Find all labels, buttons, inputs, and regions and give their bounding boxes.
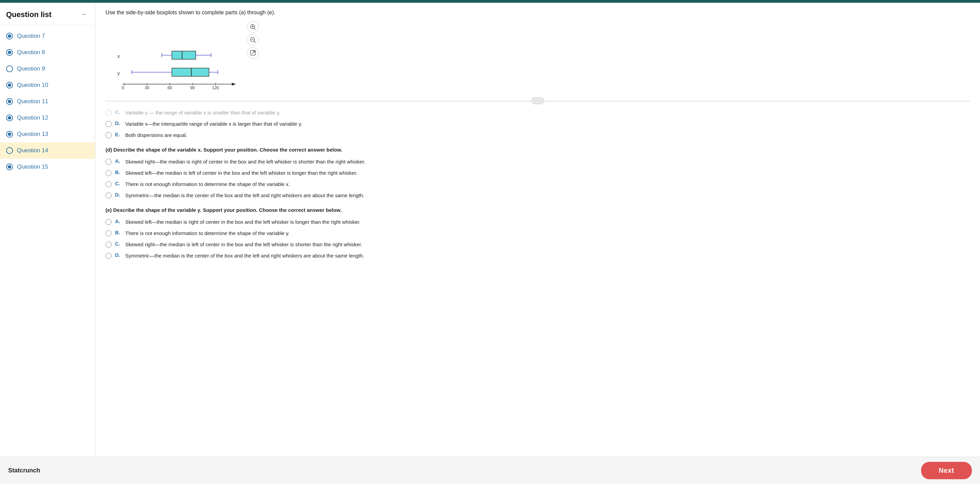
option-text-d-d: Symmetric—the median is the center of th… (125, 192, 970, 199)
option-letter-partial-e: E. (115, 131, 122, 137)
option-text-e-a: Skewed left—the median is right of cente… (125, 218, 970, 225)
radio-partial-d[interactable] (105, 121, 111, 127)
svg-text:30: 30 (145, 86, 150, 90)
option-letter-e-d: D. (115, 252, 122, 258)
option-text-e-b: There is not enough information to deter… (125, 230, 970, 237)
option-row-d-d[interactable]: D. Symmetric—the median is the center of… (105, 190, 970, 201)
option-row-d-a[interactable]: A. Skewed right—the median is right of c… (105, 156, 970, 167)
option-text-partial-e: Both dispersions are equal. (125, 131, 970, 139)
radio-icon-q10 (6, 82, 13, 89)
zoom-in-button[interactable] (247, 21, 259, 33)
option-text-e-d: Symmetric—the median is the center of th… (125, 252, 970, 259)
radio-icon-q12 (6, 115, 13, 121)
svg-text:60: 60 (167, 86, 172, 90)
radio-d-a[interactable] (105, 159, 111, 165)
zoom-in-icon (250, 24, 256, 30)
sidebar-item-question-13[interactable]: Question 13 (0, 126, 95, 142)
sidebar-item-question-10[interactable]: Question 10 (0, 77, 95, 93)
option-text-e-c: Skewed right—the median is left of cente… (125, 241, 970, 248)
sidebar-item-question-15[interactable]: Question 15 (0, 159, 95, 175)
sidebar-item-question-14[interactable]: Question 14 (0, 142, 95, 159)
svg-line-30 (254, 41, 256, 43)
radio-e-b[interactable] (105, 230, 111, 236)
next-button[interactable]: Next (921, 462, 972, 479)
boxplot-container: x y 0 30 60 90 120 (105, 21, 970, 94)
svg-rect-18 (172, 68, 191, 76)
option-text-d-a: Skewed right—the median is right of cent… (125, 158, 970, 165)
svg-line-32 (252, 51, 255, 53)
option-row-e-a[interactable]: A. Skewed left—the median is right of ce… (105, 216, 970, 227)
sidebar-item-question-7[interactable]: Question 7 (0, 28, 95, 44)
section-e-prompt: (e) Describe the shape of the variable y… (105, 207, 970, 213)
radio-icon-q9 (6, 65, 13, 72)
sidebar-header: Question list ← (0, 3, 95, 25)
divider-pill: · · · (531, 97, 544, 104)
radio-d-d[interactable] (105, 192, 111, 198)
zoom-out-button[interactable] (247, 34, 259, 46)
sidebar-item-label-q10: Question 10 (17, 82, 48, 89)
option-letter-e-b: B. (115, 230, 122, 235)
sidebar-items: Question 7 Question 8 Question 9 Questio… (0, 25, 95, 178)
option-text-d-b: Skewed left—the median is left of center… (125, 169, 970, 176)
option-row-e-b[interactable]: B. There is not enough information to de… (105, 227, 970, 239)
section-d: (d) Describe the shape of the variable x… (105, 147, 970, 201)
section-d-prompt: (d) Describe the shape of the variable x… (105, 147, 970, 153)
radio-partial-e[interactable] (105, 132, 111, 138)
sidebar-item-label-q15: Question 15 (17, 163, 48, 170)
sidebar: Question list ← Question 7 Question 8 Qu… (0, 3, 95, 457)
radio-e-a[interactable] (105, 219, 111, 225)
option-row-e-c[interactable]: C. Skewed right—the median is left of ce… (105, 239, 970, 250)
radio-icon-q7 (6, 33, 13, 40)
svg-rect-12 (172, 51, 196, 59)
svg-rect-19 (191, 68, 209, 76)
option-row-e-d[interactable]: D. Symmetric—the median is the center of… (105, 250, 970, 261)
option-letter-partial-c: C. (115, 109, 122, 115)
top-bar (0, 0, 980, 3)
option-letter-e-c: C. (115, 241, 122, 247)
sidebar-item-question-12[interactable]: Question 12 (0, 110, 95, 126)
x-axis-label: x (118, 53, 120, 59)
option-text-partial-d: Variable x—the interquartile range of va… (125, 120, 970, 128)
option-text-partial-c: Variable y — the range of variable x is … (125, 109, 970, 116)
option-row-partial-d[interactable]: D. Variable x—the interquartile range of… (105, 118, 970, 129)
option-letter-e-a: A. (115, 218, 122, 224)
radio-partial-c[interactable] (105, 110, 111, 116)
radio-icon-q8 (6, 49, 13, 56)
radio-icon-q11 (6, 98, 13, 105)
option-row-d-c[interactable]: C. There is not enough information to de… (105, 179, 970, 190)
sidebar-item-label-q7: Question 7 (17, 33, 45, 40)
option-letter-d-a: A. (115, 158, 122, 164)
sidebar-item-question-11[interactable]: Question 11 (0, 93, 95, 110)
zoom-out-icon (250, 37, 256, 43)
y-axis-label: y (118, 70, 120, 76)
option-text-d-c: There is not enough information to deter… (125, 181, 970, 188)
content-area: Use the side-by-side boxplots shown to c… (95, 3, 980, 457)
divider: · · · (105, 101, 970, 102)
sidebar-item-label-q9: Question 9 (17, 65, 45, 72)
sidebar-title: Question list (6, 10, 51, 19)
sidebar-item-label-q8: Question 8 (17, 49, 45, 56)
radio-icon-q15 (6, 163, 13, 170)
option-row-partial-e[interactable]: E. Both dispersions are equal. (105, 129, 970, 141)
svg-line-27 (254, 28, 256, 30)
export-button[interactable] (247, 47, 259, 59)
sidebar-item-question-9[interactable]: Question 9 (0, 61, 95, 77)
sidebar-item-label-q12: Question 12 (17, 115, 48, 121)
radio-e-c[interactable] (105, 241, 111, 248)
radio-d-b[interactable] (105, 170, 111, 176)
footer-brand: Statcrunch (8, 467, 40, 474)
boxplot-svg-wrapper: x y 0 30 60 90 120 (105, 21, 242, 94)
sidebar-item-question-8[interactable]: Question 8 (0, 44, 95, 61)
option-row-d-b[interactable]: B. Skewed left—the median is left of cen… (105, 167, 970, 179)
radio-d-c[interactable] (105, 181, 111, 187)
sidebar-item-label-q11: Question 11 (17, 98, 48, 105)
radio-icon-q13 (6, 131, 13, 137)
partial-options-section: C. Variable y — the range of variable x … (105, 107, 970, 141)
collapse-button[interactable]: ← (80, 10, 89, 19)
footer: Statcrunch Next (0, 457, 980, 484)
option-letter-d-c: C. (115, 181, 122, 186)
option-row-partial-c[interactable]: C. Variable y — the range of variable x … (105, 107, 970, 118)
question-instruction: Use the side-by-side boxplots shown to c… (105, 10, 970, 16)
boxplot-svg: x y 0 30 60 90 120 (105, 21, 242, 93)
radio-e-d[interactable] (105, 253, 111, 259)
